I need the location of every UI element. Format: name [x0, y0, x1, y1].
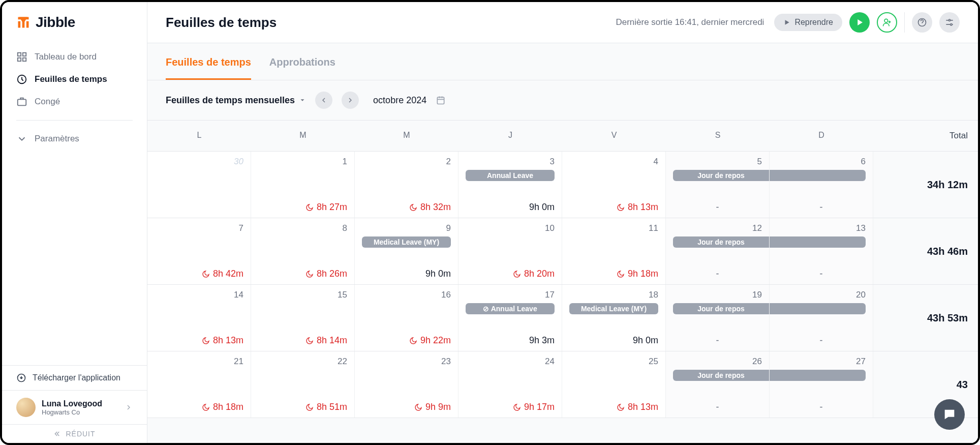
tab-approvals[interactable]: Approbations	[269, 56, 335, 80]
sidebar-item-leave[interactable]: Congé	[9, 91, 140, 113]
time-value: 9h 3m	[466, 335, 555, 346]
period-label: octobre 2024	[373, 95, 426, 106]
calendar-cell[interactable]: 249h 17m	[458, 351, 562, 418]
time-value: 8h 13m	[569, 202, 658, 213]
calendar-cell[interactable]: 78h 42m	[147, 218, 251, 284]
day-header: V	[562, 121, 666, 151]
sidebar-item-label: Feuilles de temps	[35, 74, 107, 84]
time-value: 9h 9m	[362, 402, 451, 412]
calendar-cell[interactable]: 108h 20m	[458, 218, 562, 284]
day-number: 22	[258, 357, 347, 367]
sidebar-item-timesheets[interactable]: Feuilles de temps	[9, 68, 140, 91]
day-number: 21	[155, 357, 243, 367]
calendar-cell[interactable]: 5Jour de repos-	[666, 152, 770, 218]
help-button[interactable]	[912, 12, 932, 33]
user-menu[interactable]: Luna Lovegood Hogwarts Co	[2, 390, 147, 424]
chevron-right-icon	[346, 96, 354, 104]
calendar-cell[interactable]: 258h 13m	[562, 351, 666, 418]
week-total: 34h 12m	[873, 152, 978, 218]
calendar-cell[interactable]: 48h 13m	[562, 152, 666, 218]
calendar-cell[interactable]: 6 -	[770, 152, 873, 218]
logo[interactable]: Jibble	[2, 14, 147, 46]
calendar-cell[interactable]: 9Medical Leave (MY)9h 0m	[355, 218, 458, 284]
leave-badge: Jour de repos	[673, 170, 769, 181]
next-period-button[interactable]	[342, 92, 359, 109]
calendar-icon[interactable]	[436, 95, 446, 105]
day-number: 30	[155, 157, 243, 167]
calendar-cell[interactable]: 18h 27m	[251, 152, 355, 218]
add-user-button[interactable]	[877, 12, 897, 33]
collapse-icon	[53, 430, 62, 438]
time-value: 8h 51m	[258, 402, 347, 412]
calendar-cell[interactable]: 30	[147, 152, 251, 218]
chat-icon	[942, 407, 957, 422]
calendar-cell[interactable]: 119h 18m	[562, 218, 666, 284]
leave-badge: Jour de repos	[673, 370, 769, 381]
sidebar-item-label: Paramètres	[35, 134, 79, 144]
calendar-cell[interactable]: 13 -	[770, 218, 873, 284]
calendar-cell[interactable]: 19Jour de repos-	[666, 285, 770, 351]
moon-icon	[617, 270, 625, 278]
day-number: 4	[569, 157, 658, 167]
calendar-cell[interactable]: 18Medical Leave (MY)9h 0m	[562, 285, 666, 351]
day-header: M	[355, 121, 458, 151]
calendar-cell[interactable]: 169h 22m	[355, 285, 458, 351]
collapse-label: RÉDUIT	[66, 430, 95, 438]
time-value: -	[777, 202, 866, 213]
download-app[interactable]: Télécharger l'application	[2, 365, 147, 390]
tab-timesheets[interactable]: Feuilles de temps	[166, 56, 251, 80]
day-header: S	[666, 121, 770, 151]
leave-badge: Annual Leave	[466, 170, 555, 181]
help-icon	[917, 17, 927, 27]
sidebar-item-dashboard[interactable]: Tableau de bord	[9, 46, 140, 68]
calendar-cell[interactable]: 26Jour de repos-	[666, 351, 770, 418]
calendar-cell[interactable]: 88h 26m	[251, 218, 355, 284]
calendar-cell[interactable]: 228h 51m	[251, 351, 355, 418]
calendar-cell[interactable]: 27 -	[770, 351, 873, 418]
calendar-cell[interactable]: 12Jour de repos-	[666, 218, 770, 284]
collapse-sidebar[interactable]: RÉDUIT	[2, 424, 147, 443]
time-value: -	[673, 202, 762, 213]
settings-button[interactable]	[939, 12, 960, 33]
day-number: 7	[155, 223, 243, 233]
day-number: 6	[777, 157, 866, 167]
dashboard-icon	[16, 51, 27, 63]
resume-button[interactable]: Reprendre	[774, 14, 842, 31]
logo-text: Jibble	[36, 14, 75, 31]
time-value: 9h 0m	[466, 202, 555, 213]
day-number: 12	[673, 223, 762, 233]
moon-icon	[202, 270, 210, 278]
time-value: 8h 18m	[155, 402, 243, 412]
day-number: 19	[673, 290, 762, 300]
calendar-cell[interactable]: 148h 13m	[147, 285, 251, 351]
chat-button[interactable]	[934, 399, 965, 430]
day-number: 9	[362, 223, 451, 233]
week-total: 43h 53m	[873, 285, 978, 351]
time-value: 8h 20m	[466, 269, 555, 279]
moon-icon	[513, 270, 521, 278]
day-number: 1	[258, 157, 347, 167]
sidebar-item-label: Tableau de bord	[35, 52, 97, 62]
calendar-cell[interactable]: 20 -	[770, 285, 873, 351]
calendar-cell[interactable]: 17⊘ Annual Leave9h 3m	[458, 285, 562, 351]
sliders-icon	[944, 17, 955, 27]
calendar-cell[interactable]: 28h 32m	[355, 152, 458, 218]
jibble-logo-icon	[16, 15, 30, 29]
time-value: 8h 14m	[258, 335, 347, 346]
play-button[interactable]	[849, 12, 870, 33]
calendar-cell[interactable]: 218h 18m	[147, 351, 251, 418]
calendar-cell[interactable]: 3Annual Leave9h 0m	[458, 152, 562, 218]
moon-icon	[202, 337, 210, 345]
day-header: M	[251, 121, 355, 151]
view-selector[interactable]: Feuilles de temps mensuelles	[166, 95, 306, 106]
time-value: 9h 0m	[362, 269, 451, 279]
sidebar-item-settings[interactable]: Paramètres	[9, 128, 140, 150]
prev-period-button[interactable]	[315, 92, 332, 109]
time-value: -	[673, 269, 762, 279]
svg-rect-3	[23, 58, 26, 61]
moon-icon	[513, 403, 521, 411]
moon-icon	[305, 270, 314, 278]
time-value: 8h 13m	[155, 335, 243, 346]
calendar-cell[interactable]: 239h 9m	[355, 351, 458, 418]
calendar-cell[interactable]: 158h 14m	[251, 285, 355, 351]
